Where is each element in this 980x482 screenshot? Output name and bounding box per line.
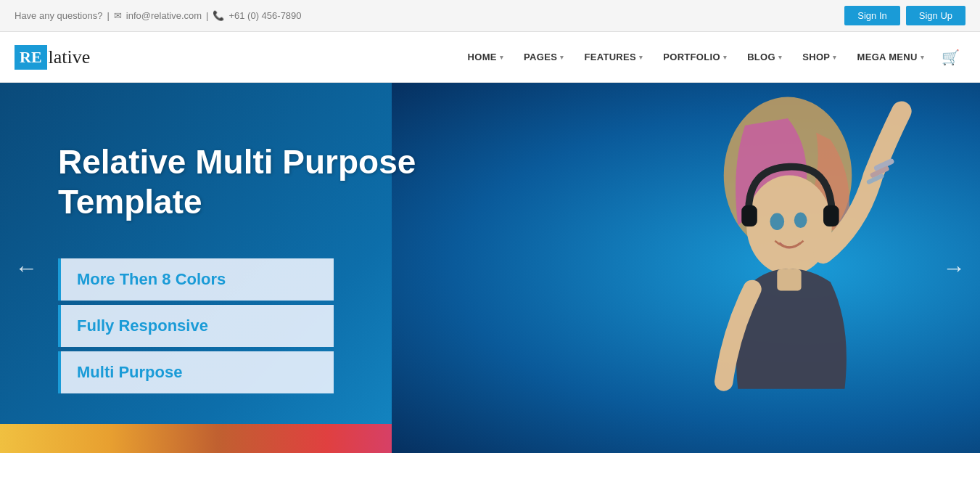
- hero-feature-label-1: More Then 8 Colors: [77, 270, 226, 288]
- hero-feature-label-3: Multi Purpose: [77, 363, 182, 381]
- slider-next-button[interactable]: →: [935, 248, 973, 289]
- logo-highlight: RE: [15, 45, 47, 70]
- nav-item-portfolio: PORTFOLIO ▾: [654, 46, 736, 68]
- nav-link-portfolio[interactable]: PORTFOLIO ▾: [654, 46, 736, 68]
- cart-icon[interactable]: 🛒: [936, 44, 965, 71]
- signin-button[interactable]: Sign In: [844, 6, 899, 25]
- slider-prev-button[interactable]: ←: [7, 248, 45, 289]
- nav-link-home[interactable]: HOME ▾: [459, 46, 513, 68]
- email-text[interactable]: info@relative.com: [126, 10, 202, 21]
- nav-item-cart: 🛒: [936, 49, 965, 66]
- hero-title: Relative Multi Purpose Template: [58, 142, 435, 222]
- chevron-down-icon: ▾: [921, 54, 924, 61]
- top-bar: Have any questions? | ✉ info@relative.co…: [0, 0, 980, 32]
- nav-link-blog[interactable]: BLOG ▾: [738, 46, 791, 68]
- hero-features-list: More Then 8 Colors Fully Responsive Mult…: [58, 258, 435, 393]
- phone-text[interactable]: +61 (0) 456-7890: [228, 10, 301, 21]
- hero-feature-item-3: Multi Purpose: [58, 351, 334, 393]
- chevron-down-icon: ▾: [639, 54, 643, 61]
- svg-rect-8: [823, 205, 839, 226]
- top-bar-contact: Have any questions? | ✉ info@relative.co…: [15, 10, 302, 21]
- nav-item-home: HOME ▾: [459, 46, 513, 68]
- chevron-down-icon: ▾: [500, 54, 503, 61]
- nav-menu: HOME ▾ PAGES ▾ FEATURES ▾ PORTFOLIO ▾ BL: [459, 46, 965, 68]
- svg-point-2: [770, 213, 784, 230]
- nav-item-mega-menu: MEGA MENU ▾: [849, 46, 933, 68]
- nav-link-mega-menu[interactable]: MEGA MENU ▾: [849, 46, 933, 68]
- chevron-down-icon: ▾: [833, 54, 836, 61]
- envelope-icon: ✉: [114, 10, 122, 21]
- chevron-down-icon: ▾: [560, 54, 564, 61]
- hero-feature-label-2: Fully Responsive: [77, 316, 208, 335]
- nav-link-shop[interactable]: SHOP ▾: [794, 46, 845, 68]
- hero-section: Relative Multi Purpose Template More The…: [0, 83, 980, 453]
- nav-item-blog: BLOG ▾: [738, 46, 791, 68]
- navbar: RE lative HOME ▾ PAGES ▾ FEATURES ▾ PORT…: [0, 32, 980, 83]
- logo-rest: lative: [49, 46, 91, 68]
- svg-point-3: [794, 213, 807, 229]
- signup-button[interactable]: Sign Up: [906, 6, 965, 25]
- hero-feature-item-2: Fully Responsive: [58, 305, 334, 347]
- logo-link[interactable]: RE lative: [15, 45, 90, 70]
- question-text: Have any questions?: [15, 10, 102, 21]
- nav-item-pages: PAGES ▾: [515, 46, 572, 68]
- separator-2: |: [206, 10, 208, 21]
- top-bar-actions: Sign In Sign Up: [844, 6, 965, 25]
- nav-link-features[interactable]: FEATURES ▾: [575, 46, 651, 68]
- chevron-down-icon: ▾: [723, 54, 727, 61]
- svg-rect-7: [741, 205, 757, 226]
- svg-rect-9: [777, 269, 801, 290]
- nav-item-features: FEATURES ▾: [575, 46, 651, 68]
- hero-feature-item-1: More Then 8 Colors: [58, 258, 334, 301]
- hero-woman-illustration: [603, 83, 958, 453]
- separator-1: |: [107, 10, 109, 21]
- nav-link-pages[interactable]: PAGES ▾: [515, 46, 572, 68]
- phone-icon: 📞: [213, 10, 224, 21]
- chevron-down-icon: ▾: [778, 54, 782, 61]
- nav-item-shop: SHOP ▾: [794, 46, 845, 68]
- hero-content: Relative Multi Purpose Template More The…: [0, 142, 493, 393]
